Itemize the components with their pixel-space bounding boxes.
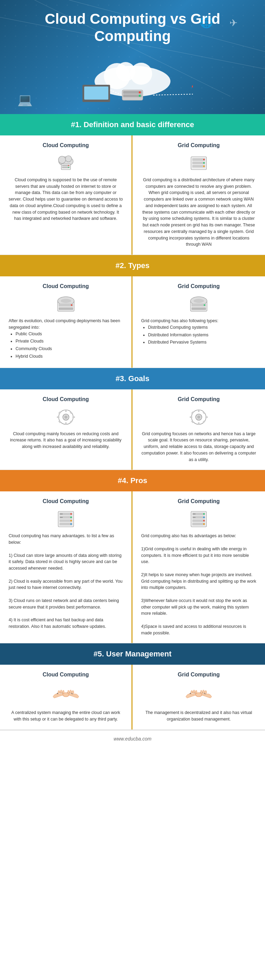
svg-point-96 [203, 517, 205, 518]
goals-cloud-col: Cloud Computing Cloud computin [0, 390, 132, 470]
definition-grid-heading: Grid Computing [141, 142, 256, 148]
list-item: Hybrid Clouds [16, 353, 123, 360]
pros-grid-heading: Grid Computing [141, 498, 256, 504]
svg-point-84 [70, 520, 72, 522]
goals-comparison-row: Cloud Computing Cloud computin [0, 390, 265, 470]
goals-grid-col: Grid Computing Grid computing focuses on [132, 390, 265, 470]
types-cloud-intro: After its evolution, cloud computing dep… [9, 318, 123, 360]
section-5-number: #5. [94, 649, 104, 658]
svg-point-89 [61, 517, 62, 518]
usermgmt-cloud-text: A centralized system managing the entire… [9, 710, 123, 722]
section-3-header: #3. Goals [0, 368, 265, 390]
svg-point-95 [203, 514, 205, 515]
svg-point-85 [70, 523, 72, 525]
svg-rect-69 [198, 409, 200, 412]
section-1-title: Definition and basic difference [83, 120, 194, 129]
list-item: Public Clouds [16, 331, 123, 337]
definition-cloud-text: Cloud computing is supposed to be the us… [9, 177, 123, 222]
svg-rect-75 [191, 420, 194, 423]
usermgmt-cloud-icon-wrapper [9, 683, 123, 705]
svg-point-101 [193, 517, 194, 518]
svg-point-29 [58, 156, 65, 163]
header-illustration [14, 52, 251, 107]
goals-cloud-text: Cloud computing mainly focuses on reduci… [9, 431, 123, 450]
svg-point-35 [68, 167, 69, 168]
section-2-number: #2. [116, 261, 126, 270]
types-cloud-icon-wrapper [9, 294, 123, 313]
types-comparison-row: Cloud Computing After its evolution, clo… [0, 276, 265, 368]
section-4-number: #4. [118, 476, 128, 485]
svg-point-97 [203, 520, 205, 522]
pros-cloud-text: Cloud computing has many advantages. to … [9, 533, 123, 630]
goals-cloud-icon-wrapper [9, 408, 123, 426]
svg-point-53 [204, 304, 205, 306]
svg-point-30 [65, 156, 72, 162]
svg-rect-60 [57, 416, 59, 418]
goals-cloud-heading: Cloud Computing [9, 396, 123, 402]
types-cloud-col: Cloud Computing After its evolution, clo… [0, 276, 132, 368]
svg-point-47 [71, 304, 72, 306]
usermgmt-grid-heading: Grid Computing [141, 671, 256, 678]
usermgmt-cloud-col: Cloud Computing [0, 665, 132, 730]
svg-point-87 [61, 514, 62, 514]
header-svg-illustration [72, 57, 193, 102]
svg-rect-61 [72, 416, 75, 418]
section-pros: #4. Pros Cloud Computing [0, 470, 265, 643]
cloud-server-rack-icon [56, 510, 76, 528]
section-1-number: #1. [71, 120, 82, 129]
goals-grid-icon-wrapper [141, 408, 256, 426]
svg-rect-72 [205, 416, 208, 418]
pros-cloud-col: Cloud Computing [0, 492, 132, 643]
pros-grid-col: Grid Computing Grid [132, 492, 265, 643]
definition-cloud-col: Cloud Computing Cloud computing is suppo… [0, 135, 132, 255]
handshake-cloud-icon [50, 683, 81, 705]
svg-point-34 [68, 165, 69, 166]
grid-gear-icon [188, 408, 209, 426]
section-3-title: Goals [128, 374, 149, 383]
definition-grid-text: Grid computing is a distributed architec… [141, 177, 256, 248]
section-user-management: #5. User Management Cloud Computing [0, 643, 265, 730]
svg-point-40 [203, 159, 205, 161]
section-definition: #1. Definition and basic difference Clou… [0, 114, 265, 255]
svg-rect-59 [65, 422, 67, 425]
svg-point-42 [203, 165, 205, 167]
section-types: #2. Types Cloud Computing After its evol… [0, 255, 265, 368]
section-4-title: Pros [131, 476, 147, 485]
svg-point-83 [70, 517, 72, 518]
definition-grid-icon-wrapper [141, 154, 256, 173]
footer-url: www.educba.com [113, 736, 152, 741]
section-5-title: User Management [106, 649, 172, 658]
svg-point-11 [139, 95, 141, 97]
svg-point-41 [203, 162, 205, 164]
svg-point-57 [64, 415, 67, 419]
types-cloud-storage-icon [56, 294, 76, 313]
svg-point-98 [203, 523, 205, 525]
section-goals: #3. Goals Cloud Computing [0, 368, 265, 470]
svg-point-104 [196, 693, 202, 697]
svg-rect-71 [190, 416, 193, 418]
svg-rect-54 [192, 307, 206, 310]
definition-comparison-row: Cloud Computing Cloud computing is suppo… [0, 135, 265, 255]
types-grid-intro: Grid computing has also following types:… [141, 318, 256, 345]
grid-server-icon [188, 154, 209, 173]
svg-point-100 [194, 514, 195, 514]
pros-cloud-icon-wrapper [9, 510, 123, 528]
goals-grid-heading: Grid Computing [141, 396, 256, 402]
svg-point-86 [60, 514, 61, 514]
pros-cloud-heading: Cloud Computing [9, 498, 123, 504]
types-grid-heading: Grid Computing [141, 283, 256, 290]
list-item: Distributed Information systems [148, 332, 256, 338]
grid-server-rack-icon [188, 510, 209, 528]
definition-cloud-icon-wrapper [9, 154, 123, 173]
types-grid-icon-wrapper [141, 294, 256, 313]
svg-point-68 [197, 415, 201, 419]
pros-grid-text: Grid computing also has its advantages a… [141, 533, 256, 636]
pros-comparison-row: Cloud Computing [0, 492, 265, 643]
pros-grid-icon-wrapper [141, 510, 256, 528]
handshake-grid-icon [183, 683, 214, 705]
definition-grid-col: Grid Computing Grid computing is a distr… [132, 135, 265, 255]
usermgmt-grid-icon-wrapper [141, 683, 256, 705]
svg-point-10 [139, 91, 141, 93]
svg-rect-58 [65, 409, 67, 412]
list-item: Distributed Computing systems [148, 324, 256, 331]
